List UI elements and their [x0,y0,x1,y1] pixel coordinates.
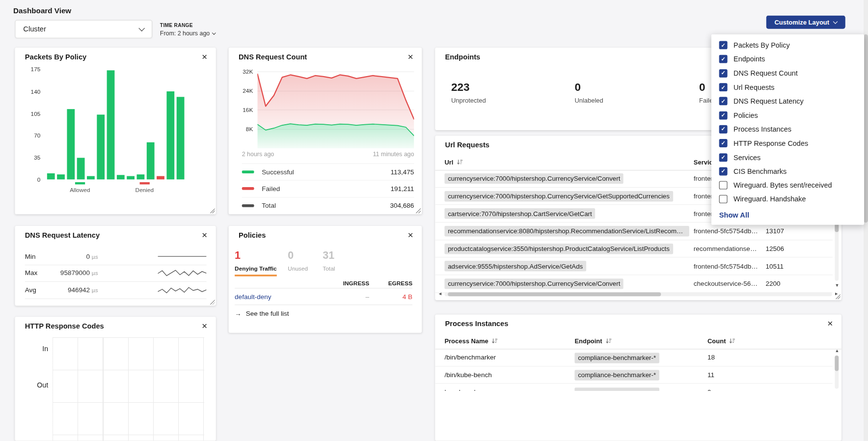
scrollbar-thumb[interactable] [448,292,661,296]
latency-row: Min 0 µs [25,248,207,265]
checkbox[interactable]: ✓ [719,181,728,190]
legend-label: Total [262,202,276,210]
scroll-up-icon[interactable]: ▲ [835,349,839,353]
url-cell[interactable]: adservice:9555/hipstershop.AdService/Get… [444,261,586,271]
menu-item-label: Wireguard. Handshake [733,195,806,203]
customize-menu-item[interactable]: ✓ Wireguard. Handshake [711,193,864,207]
packets-categories: AllowedDenied [47,182,185,199]
customize-menu-item[interactable]: ✓ CIS Benchmarks [711,165,864,179]
policies-stat-denying[interactable]: 1 Denying Traffic [235,249,277,276]
time-range-value[interactable]: From: 2 hours ago [160,30,216,37]
customize-menu-item[interactable]: ✓ Process Instances [711,122,864,137]
card-title: DNS Request Latency [25,231,100,239]
customize-menu-item[interactable]: ✓ DNS Request Count [711,66,864,81]
scrollbar-track[interactable] [444,292,832,296]
customize-menu-item[interactable]: ✓ Packets By Policy [711,38,864,53]
sort-icon [457,160,462,165]
legend-swatch [242,188,254,191]
vertical-scrollbar[interactable] [835,356,839,389]
menu-item-label: Endpoints [733,55,765,63]
table-row: adservice:9555/hipstershop.AdService/Get… [435,258,833,276]
scrollbar-thumb[interactable] [864,34,868,222]
column-header-ingress[interactable]: INGRESS [334,279,369,286]
count-cell: 9 [707,388,711,391]
close-icon[interactable]: ✕ [827,320,833,328]
customize-menu-item[interactable]: ✓ HTTP Response Codes [711,136,864,150]
checkbox[interactable]: ✓ [719,167,728,175]
customize-menu-item[interactable]: ✓ DNS Request Latency [711,94,864,109]
column-header-process-name[interactable]: Process Name [444,338,498,345]
latency-row: Avg 946942 µs [25,282,207,299]
endpoint-stat: 0 Unlabeled [574,81,603,104]
customize-menu-item[interactable]: ✓ Policies [711,108,864,122]
checkbox[interactable]: ✓ [719,111,728,119]
checkbox[interactable]: ✓ [719,97,728,106]
resize-handle-icon[interactable] [209,208,215,213]
scroll-left-icon[interactable]: ◄ [438,292,442,296]
close-icon[interactable]: ✕ [202,322,208,330]
url-cell[interactable]: recommendationservice:8080/hipstershop.R… [444,226,689,236]
checkbox[interactable]: ✓ [719,139,728,147]
menu-item-label: Services [733,153,760,162]
url-cell[interactable]: currencyservice:7000/hipstershop.Currenc… [444,173,624,184]
check-icon: ✓ [721,140,725,146]
stat-value: 1 [235,249,277,261]
stat-label: Unprotected [451,97,486,104]
customize-menu-item[interactable]: ✓ Wireguard. Bytes sent/received [711,178,864,193]
policy-name-link[interactable]: default-deny [235,293,271,301]
resize-handle-icon[interactable] [835,294,840,299]
checkbox[interactable]: ✓ [719,153,728,162]
url-cell[interactable]: currencyservice:7000/hipstershop.Currenc… [444,278,624,289]
url-cell[interactable]: productcatalogservice:3550/hipstershop.P… [444,244,673,254]
resize-handle-icon[interactable] [415,208,421,213]
close-icon[interactable]: ✕ [407,231,413,239]
menu-item-label: Wireguard. Bytes sent/received [733,181,832,190]
scroll-down-icon[interactable]: ▼ [835,283,839,288]
checkbox[interactable]: ✓ [719,195,728,203]
column-header-endpoint[interactable]: Endpoint [574,338,611,345]
endpoint-chip[interactable]: compliance-benchmarker-* [574,387,659,391]
endpoint-chip[interactable]: compliance-benchmarker-* [574,370,659,381]
latency-rows: Min 0 µs Max 95879000 µs Avg 946942 µs [15,248,216,299]
table-row: /bin/benchmarker compliance-benchmarker-… [435,349,833,366]
policies-stat-total[interactable]: 31 Total [323,249,335,272]
column-header-count[interactable]: Count [707,338,735,345]
checkbox[interactable]: ✓ [719,83,728,91]
check-icon: ✓ [721,70,725,76]
policies-stat-unused[interactable]: 0 Unused [288,249,308,272]
latency-metric-label: Min [25,252,36,260]
customize-layout-button[interactable]: Customize Layout [766,16,845,29]
process-table-body: /bin/benchmarker compliance-benchmarker-… [435,349,833,391]
column-header-egress[interactable]: EGRESS [377,279,412,286]
stat-value: 0 [288,249,308,261]
see-full-list-link[interactable]: → See the full list [235,309,289,317]
count-cell: 12506 [765,245,784,252]
check-icon: ✓ [721,56,725,62]
legend-swatch [242,204,254,207]
endpoint-chip[interactable]: compliance-benchmarker-* [574,353,659,363]
url-cell[interactable]: currencyservice:7000/hipstershop.Currenc… [444,191,673,201]
latency-value: 0 µs [48,252,98,260]
close-icon[interactable]: ✕ [407,53,413,60]
dns-ylabels: 8K16K24K32K [233,66,253,148]
close-icon[interactable]: ✕ [202,53,208,60]
resize-handle-icon[interactable] [209,299,215,304]
checkbox[interactable]: ✓ [719,69,728,78]
checkbox[interactable]: ✓ [719,125,728,134]
view-scope-select[interactable]: Cluster [15,20,152,38]
customize-menu-item[interactable]: ✓ Url Requests [711,80,864,94]
legend-value: 191,211 [390,185,414,193]
scrollbar-thumb[interactable] [835,356,839,371]
customize-menu-item[interactable]: ✓ Services [711,150,864,165]
close-icon[interactable]: ✕ [202,231,208,239]
checkbox[interactable]: ✓ [719,55,728,63]
column-header-url[interactable]: Url [444,159,462,166]
customize-menu-item[interactable]: ✓ Endpoints [711,52,864,66]
checkbox[interactable]: ✓ [719,41,728,50]
table-row: recommendationservice:8080/hipstershop.R… [435,222,833,240]
page-title: Dashboard View [13,7,71,15]
url-cell[interactable]: cartservice:7070/hipstershop.CartService… [444,208,595,219]
horizontal-scrollbar[interactable]: ◄ ► [438,291,839,297]
page-scrollbar[interactable] [864,0,868,441]
show-all-link[interactable]: Show All [719,211,864,219]
